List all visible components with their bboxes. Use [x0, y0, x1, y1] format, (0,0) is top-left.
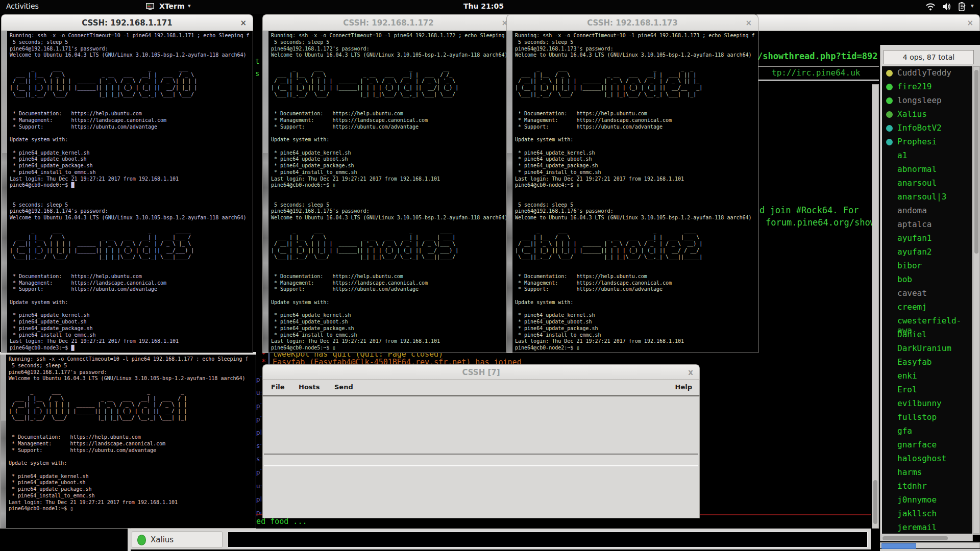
- xchat-message-fragment-1: d join #Rock64. For: [760, 205, 859, 215]
- user-status-icon: [886, 414, 893, 421]
- chat-sliver-fragment: t: [255, 57, 259, 65]
- userlist-scrollbar[interactable]: [973, 66, 980, 534]
- app-menu-xterm[interactable]: XTerm: [159, 2, 184, 10]
- userlist[interactable]: CuddlyTeddyfire219longsleepXaliusInfoBot…: [882, 66, 972, 534]
- menu-send[interactable]: Send: [334, 383, 353, 391]
- terminal4-scrollbar[interactable]: [1, 355, 6, 528]
- userlist-item[interactable]: enki: [882, 369, 972, 383]
- userlist-item[interactable]: bibor: [882, 259, 972, 273]
- terminal-window-node1[interactable]: Running: ssh -x -o ConnectTimeout=10 -l …: [0, 352, 256, 529]
- window-titlebar[interactable]: CSSH: 192.168.1.172 ×: [262, 14, 514, 31]
- console-history-entry[interactable]: [264, 454, 698, 466]
- user-nick: abnormal: [897, 164, 937, 174]
- userlist-item[interactable]: gfa: [882, 424, 972, 438]
- user-status-icon: [886, 400, 893, 407]
- userlist-item[interactable]: bob: [882, 273, 972, 287]
- userlist-item[interactable]: cwesterfield-awa: [882, 314, 972, 328]
- xchat-close-icon[interactable]: ×: [967, 18, 973, 28]
- terminal-body[interactable]: Running: ssh -x -o ConnectTimeout=10 -l …: [506, 31, 758, 353]
- terminal-scrollbar-thumb[interactable]: [507, 31, 512, 153]
- userlist-item[interactable]: andoma: [882, 204, 972, 218]
- userlist-item[interactable]: gnarface: [882, 438, 972, 452]
- terminal-scrollbar[interactable]: [2, 31, 7, 353]
- user-nick: bibor: [897, 261, 922, 270]
- user-status-icon: [886, 359, 893, 366]
- userlist-item[interactable]: halosghost: [882, 452, 972, 466]
- userlist-item[interactable]: jeremail: [882, 521, 972, 534]
- userlist-item[interactable]: ayufan1: [882, 232, 972, 245]
- chat-input[interactable]: [228, 532, 868, 547]
- bottom-hscrollbar-thumb[interactable]: [881, 543, 916, 549]
- userlist-item[interactable]: harms: [882, 466, 972, 480]
- terminal4-scrollbar-thumb[interactable]: [1, 355, 6, 420]
- userlist-item[interactable]: a1: [882, 149, 972, 163]
- terminal-scrollbar[interactable]: [507, 31, 512, 353]
- terminal4-body[interactable]: Running: ssh -x -o ConnectTimeout=10 -l …: [0, 355, 256, 529]
- terminal-body[interactable]: Running: ssh -x -o ConnectTimeout=10 -l …: [262, 31, 514, 353]
- clock[interactable]: Thu 21:05: [463, 2, 504, 10]
- userlist-hscrollbar[interactable]: [880, 535, 973, 541]
- userlist-item[interactable]: Prophesi: [882, 135, 972, 149]
- userlist-item[interactable]: itdnhr: [882, 480, 972, 493]
- window-titlebar[interactable]: CSSH: 192.168.1.173 ×: [506, 14, 758, 31]
- xchat-titlebar[interactable]: ×: [756, 14, 980, 31]
- menu-hosts[interactable]: Hosts: [299, 383, 320, 391]
- userlist-item[interactable]: ayufan2: [882, 245, 972, 259]
- terminal-window-172[interactable]: CSSH: 192.168.1.172 × Running: ssh -x -o…: [262, 14, 514, 353]
- console-titlebar[interactable]: CSSH [7] x: [262, 364, 700, 380]
- userlist-item[interactable]: evilbunny: [882, 397, 972, 411]
- menu-file[interactable]: File: [271, 383, 285, 391]
- userlist-item[interactable]: Easyfab: [882, 356, 972, 369]
- bottom-strip: [880, 549, 980, 551]
- user-nick: enki: [897, 371, 917, 381]
- user-status-icon: [886, 125, 893, 132]
- user-nick: jeremail: [897, 522, 937, 532]
- window-close-icon[interactable]: ×: [745, 18, 752, 28]
- userlist-item[interactable]: anarsoul|3: [882, 190, 972, 204]
- system-menu-chevron-icon[interactable]: ▾: [971, 3, 974, 9]
- window-close-icon[interactable]: ×: [240, 18, 247, 28]
- chat-scrollbar[interactable]: [872, 84, 879, 529]
- userlist-item[interactable]: Erol: [882, 383, 972, 397]
- user-nick: jakllsch: [897, 509, 937, 518]
- bottom-hscrollbar[interactable]: [880, 542, 980, 548]
- activities-button[interactable]: Activities: [6, 2, 39, 10]
- terminal-window-171[interactable]: CSSH: 192.168.1.171 × Running: ssh -x -o…: [1, 14, 253, 353]
- terminal-scrollbar[interactable]: [263, 31, 268, 353]
- userlist-hscrollbar-thumb[interactable]: [883, 536, 948, 540]
- userlist-item[interactable]: InfoBotV2: [882, 121, 972, 135]
- userlist-item[interactable]: DarkUranium: [882, 342, 972, 356]
- user-status-icon: [886, 304, 893, 311]
- user-status-icon: [886, 483, 893, 490]
- userlist-item[interactable]: Daniel: [882, 328, 972, 342]
- userlist-item[interactable]: aptalca: [882, 218, 972, 232]
- userlist-scrollbar-thumb[interactable]: [974, 70, 978, 254]
- userlist-item[interactable]: Xalius: [882, 108, 972, 121]
- user-status-icon: [886, 70, 893, 77]
- menu-help[interactable]: Help: [675, 383, 692, 391]
- cssh-console-window[interactable]: CSSH [7] x File Hosts Send Help: [262, 364, 700, 518]
- nick-button[interactable]: Xalius: [132, 531, 223, 548]
- userlist-item[interactable]: CuddlyTeddy: [882, 66, 972, 80]
- userlist-item[interactable]: caveat: [882, 287, 972, 300]
- userlist-item[interactable]: longsleep: [882, 94, 972, 108]
- terminal-scrollbar-thumb[interactable]: [2, 31, 7, 153]
- xchat-topic-entry-text[interactable]: tp://irc.pine64.uk: [772, 68, 860, 78]
- userlist-item[interactable]: fire219: [882, 80, 972, 94]
- terminal-scrollbar-thumb[interactable]: [263, 31, 268, 153]
- window-titlebar[interactable]: CSSH: 192.168.1.171 ×: [1, 14, 253, 31]
- terminal-body[interactable]: Running: ssh -x -o ConnectTimeout=10 -l …: [1, 31, 253, 353]
- userlist-item[interactable]: jakllsch: [882, 507, 972, 521]
- userlist-item[interactable]: abnormal: [882, 163, 972, 177]
- userlist-item[interactable]: creemj: [882, 300, 972, 314]
- chat-scrollbar-thumb[interactable]: [873, 480, 877, 524]
- console-close-icon[interactable]: x: [688, 367, 693, 378]
- userlist-item[interactable]: j0nnymoe: [882, 493, 972, 507]
- console-body: [262, 395, 700, 518]
- userlist-item[interactable]: fullstop: [882, 411, 972, 424]
- terminal-window-173[interactable]: CSSH: 192.168.1.173 × Running: ssh -x -o…: [506, 14, 758, 353]
- userlist-item[interactable]: anarsoul: [882, 177, 972, 190]
- user-nick: CuddlyTeddy: [897, 68, 951, 78]
- xchat-bottom-bar: Xalius: [131, 529, 871, 549]
- xchat-topic-entry-bottom-edge: [754, 80, 879, 81]
